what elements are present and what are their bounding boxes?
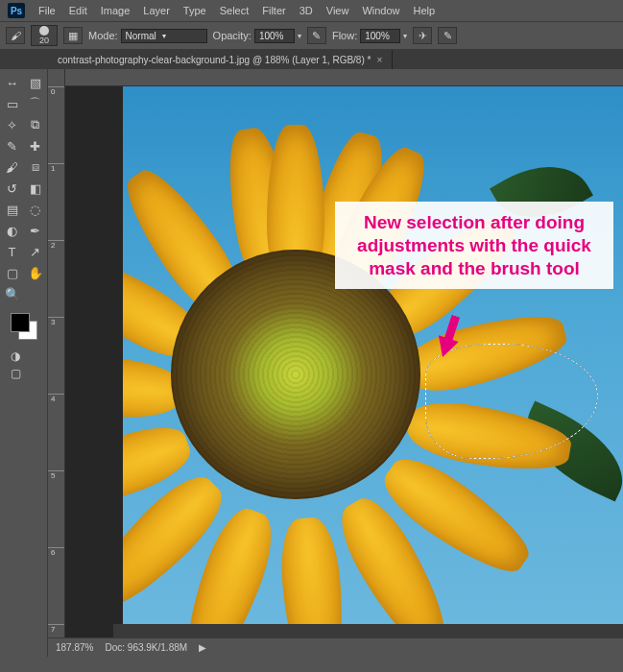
app-logo: Ps [8, 3, 25, 18]
pen-tool[interactable]: ✒ [25, 221, 46, 240]
shape-tool[interactable]: ▢ [2, 263, 23, 282]
dodge-tool[interactable]: ◐ [2, 221, 23, 240]
brush-preset-picker[interactable]: 20 [31, 25, 58, 46]
menu-edit[interactable]: Edit [69, 5, 87, 16]
menu-file[interactable]: File [38, 5, 56, 16]
pressure-opacity-icon[interactable]: ✎ [307, 27, 326, 44]
brush-panel-toggle-icon[interactable]: ▦ [63, 27, 83, 44]
document-tab-label: contrast-photography-clear-background-1.… [58, 55, 371, 65]
move-tool[interactable]: ↔ [2, 73, 23, 92]
canvas-area: 01234567 New selection after doing adjus… [48, 69, 623, 657]
color-swatch[interactable] [11, 313, 37, 340]
text-tool[interactable]: T [2, 242, 23, 261]
quick-mask-icon[interactable]: ◑ [11, 349, 37, 363]
path-tool[interactable]: ↗ [25, 242, 46, 261]
ruler-tick: 7 [48, 624, 64, 634]
flow-label: Flow: [332, 30, 357, 41]
menu-image[interactable]: Image [101, 5, 131, 16]
history-tool[interactable]: ↺ [2, 179, 23, 198]
menu-view[interactable]: View [326, 5, 349, 16]
ruler-tick: 3 [48, 317, 64, 326]
menu-window[interactable]: Window [362, 5, 399, 16]
workspace: ↔▧▭⌒✧⧉✎✚🖌⧇↺◧▤◌◐✒T↗▢✋🔍 ◑ ▢ 01234567 [0, 69, 623, 657]
status-bar: 187.87% Doc: 963.9K/1.88M ▶ [48, 637, 623, 657]
ruler-vertical: 01234567 [48, 69, 65, 657]
stamp-tool[interactable]: ⧇ [25, 157, 46, 177]
marquee-tool[interactable]: ▭ [2, 94, 23, 113]
chevron-down-icon[interactable]: ▾ [403, 32, 407, 40]
ruler-horizontal [65, 69, 623, 86]
tool-panel: ↔▧▭⌒✧⧉✎✚🖌⧇↺◧▤◌◐✒T↗▢✋🔍 ◑ ▢ [0, 69, 48, 657]
tool-options-bar: 🖌 20 ▦ Mode: Normal ▾ Opacity: 100% ▾ ✎ … [0, 21, 623, 50]
artboard-tool[interactable]: ▧ [25, 73, 46, 92]
blur-tool[interactable]: ◌ [25, 200, 46, 219]
ruler-tick: 2 [48, 240, 64, 250]
blend-mode-value: Normal [126, 31, 156, 41]
wand-tool[interactable]: ✧ [2, 115, 23, 134]
crop-tool[interactable]: ⧉ [25, 115, 46, 134]
doc-info[interactable]: Doc: 963.9K/1.88M [105, 642, 187, 653]
brush-tool[interactable]: 🖌 [2, 157, 23, 177]
heal-tool[interactable]: ✚ [25, 136, 46, 156]
brush-size-label: 20 [39, 36, 49, 45]
ruler-tick: 0 [48, 86, 64, 96]
menu-bar: Ps File Edit Image Layer Type Select Fil… [0, 0, 623, 21]
ruler-tick: 4 [48, 394, 64, 403]
opacity-input[interactable]: 100% [254, 29, 295, 43]
gradient-tool[interactable]: ▤ [2, 200, 23, 219]
pressure-size-icon[interactable]: ✎ [438, 27, 457, 44]
brush-tool-icon[interactable]: 🖌 [6, 27, 25, 44]
zoom-level[interactable]: 187.87% [56, 642, 93, 653]
eraser-tool[interactable]: ◧ [25, 179, 46, 198]
document-tab-strip: contrast-photography-clear-background-1.… [0, 50, 623, 69]
ruler-tick: 6 [48, 547, 64, 557]
document-tab[interactable]: contrast-photography-clear-background-1.… [48, 50, 393, 69]
document-canvas[interactable]: New selection after doing adjustments wi… [123, 86, 623, 657]
screen-mode-icon[interactable]: ▢ [11, 367, 37, 380]
horizontal-scrollbar[interactable] [113, 624, 623, 637]
opacity-label: Opacity: [213, 30, 252, 41]
ruler-tick: 1 [48, 163, 64, 173]
hand-tool[interactable]: ✋ [25, 263, 46, 282]
zoom-tool[interactable]: 🔍 [2, 284, 23, 303]
ruler-tick: 5 [48, 470, 64, 480]
menu-type[interactable]: Type [183, 5, 206, 16]
foreground-color-swatch[interactable] [11, 313, 30, 332]
annotation-text: New selection after doing adjustments wi… [347, 211, 602, 279]
menu-layer[interactable]: Layer [143, 5, 170, 16]
flow-input[interactable]: 100% [360, 29, 400, 43]
chevron-down-icon: ▾ [162, 32, 166, 40]
lasso-tool[interactable]: ⌒ [25, 94, 46, 113]
close-icon[interactable]: × [376, 55, 382, 65]
blend-mode-dropdown[interactable]: Normal ▾ [121, 29, 207, 43]
play-icon[interactable]: ▶ [199, 642, 206, 653]
menu-help[interactable]: Help [414, 5, 436, 16]
menu-select[interactable]: Select [220, 5, 250, 16]
airbrush-icon[interactable]: ✈ [413, 27, 432, 44]
mode-label: Mode: [88, 30, 118, 41]
annotation-callout: New selection after doing adjustments wi… [335, 202, 613, 289]
chevron-down-icon[interactable]: ▾ [298, 32, 301, 40]
tool-empty [25, 284, 46, 303]
eyedrop-tool[interactable]: ✎ [2, 136, 23, 156]
menu-3d[interactable]: 3D [300, 5, 313, 16]
menu-filter[interactable]: Filter [262, 5, 285, 16]
